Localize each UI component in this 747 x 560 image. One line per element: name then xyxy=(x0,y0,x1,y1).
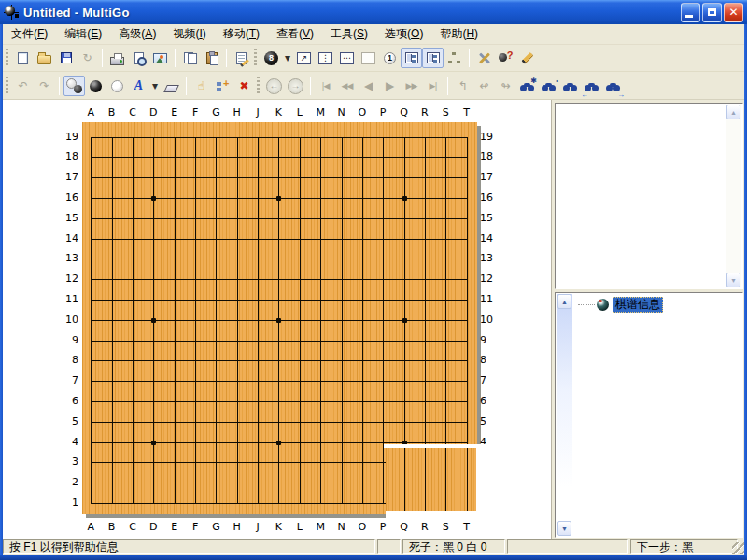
board-col-label: Q xyxy=(397,521,412,533)
save-file-button[interactable] xyxy=(55,48,77,68)
previous-branch-button[interactable]: ↫ xyxy=(473,76,495,96)
board-row-label: 5 xyxy=(480,415,497,427)
toolbar-grip[interactable] xyxy=(6,49,8,67)
open-file-button[interactable] xyxy=(34,48,55,68)
board-col-label: C xyxy=(125,106,140,119)
board-row-label: 4 xyxy=(62,436,78,448)
guess-mode-button[interactable] xyxy=(495,48,516,68)
menu-item-move[interactable]: 移动(T) xyxy=(215,24,268,44)
maximize-button[interactable] xyxy=(702,3,722,22)
resize-grip[interactable] xyxy=(732,542,744,554)
reload-file-button[interactable]: ↻ xyxy=(77,48,98,68)
scroll-down-button[interactable]: ▼ xyxy=(726,273,740,287)
play-alternate-button[interactable] xyxy=(63,76,85,96)
copy-button[interactable] xyxy=(179,48,201,68)
show-move-number-button[interactable]: 1 xyxy=(379,48,401,68)
find-button[interactable] xyxy=(559,76,581,96)
fast-rewind-icon: ◀◀ xyxy=(342,82,353,91)
insert-move-button[interactable] xyxy=(212,76,233,96)
menu-item-options[interactable]: 选项(O) xyxy=(376,24,431,44)
find-next-button[interactable]: → xyxy=(602,76,624,96)
show-variation-children-button[interactable]: ⋯ xyxy=(336,48,358,68)
redo-icon: ↷ xyxy=(39,80,49,91)
board-col-label: K xyxy=(271,521,286,533)
board-row-label: 13 xyxy=(62,252,78,264)
next-branch-icon: ↬ xyxy=(500,80,510,91)
fast-forward-button[interactable]: ▶▶ xyxy=(401,76,422,96)
tools-options-button[interactable] xyxy=(473,48,495,68)
menu-item-edit[interactable]: 编辑(E) xyxy=(56,24,110,44)
board-row-label: 16 xyxy=(480,191,497,203)
scroll-down-button[interactable]: ▼ xyxy=(557,521,571,536)
board-col-label: F xyxy=(188,106,203,119)
tree-panel-toggle-button[interactable] xyxy=(422,48,444,68)
up-to-parent-button[interactable]: ↰ xyxy=(452,76,473,96)
goto-move-button[interactable]: ↗ xyxy=(293,48,315,68)
close-button[interactable]: ✕ xyxy=(724,3,743,22)
nav-forward-button[interactable]: → xyxy=(285,76,306,96)
label-tool-button[interactable]: A xyxy=(128,76,149,96)
move-number-stone-button[interactable]: 8 xyxy=(261,48,282,68)
toolbar-grip[interactable] xyxy=(257,77,260,95)
menu-item-advanced[interactable]: 高级(A) xyxy=(110,24,164,44)
delete-move-button[interactable]: ✖ xyxy=(233,76,255,96)
eraser-button[interactable] xyxy=(161,76,182,96)
board-col-label: E xyxy=(167,106,182,119)
comment-scrollbar[interactable]: ▲ ▼ xyxy=(726,105,741,287)
toolbar-grip[interactable] xyxy=(6,77,8,95)
play-black-button[interactable] xyxy=(85,76,106,96)
fast-rewind-button[interactable]: ◀◀ xyxy=(336,76,358,96)
tree-root-node[interactable]: 棋谱信息 xyxy=(578,297,663,313)
move-number-dropdown-button[interactable]: ▾ xyxy=(282,48,293,68)
comment-panel[interactable]: ▲ ▼ xyxy=(555,103,743,289)
move-number-stone-icon: 8 xyxy=(264,51,278,65)
previous-move-button[interactable]: ◀ xyxy=(358,76,379,96)
find-marked-button[interactable]: • xyxy=(538,76,559,96)
first-move-button[interactable]: |◀ xyxy=(315,76,336,96)
new-file-button[interactable] xyxy=(12,48,34,68)
tree-node-label[interactable]: 棋谱信息 xyxy=(613,297,663,313)
find-new-button[interactable]: ✱ xyxy=(516,76,538,96)
tree-structure-button[interactable] xyxy=(444,48,465,68)
label-dropdown-button[interactable]: ▾ xyxy=(149,76,161,96)
print-preview-button[interactable] xyxy=(128,48,149,68)
next-move-button[interactable]: ▶ xyxy=(379,76,401,96)
menu-item-tools[interactable]: 工具(S) xyxy=(322,24,376,44)
board-row-label: 11 xyxy=(480,293,497,305)
pan-hand-button[interactable]: ☝ xyxy=(190,76,212,96)
last-move-button[interactable]: ▶| xyxy=(422,76,444,96)
play-white-icon xyxy=(111,80,123,92)
play-white-button[interactable] xyxy=(106,76,128,96)
edit-game-info-button[interactable] xyxy=(516,48,538,68)
board-row-label: 8 xyxy=(62,354,78,366)
paste-button[interactable] xyxy=(201,48,222,68)
print-button[interactable] xyxy=(106,48,128,68)
game-tree-panel[interactable]: ▲ ▼ 棋谱信息 xyxy=(555,292,743,538)
menu-item-file[interactable]: 文件(F) xyxy=(3,24,56,44)
undo-button[interactable]: ↶ xyxy=(12,76,34,96)
menu-item-video[interactable]: 视频(I) xyxy=(164,24,214,44)
game-info-button[interactable] xyxy=(231,48,252,68)
board-col-label: N xyxy=(334,106,349,119)
show-variation-siblings-button[interactable]: ⋮ xyxy=(315,48,336,68)
tree-scrollbar[interactable]: ▲ ▼ xyxy=(557,294,572,536)
next-branch-button[interactable]: ↬ xyxy=(495,76,516,96)
copy-icon xyxy=(184,52,197,64)
tree-view-toggle-button[interactable] xyxy=(401,48,422,68)
export-image-button[interactable] xyxy=(149,48,171,68)
title-bar[interactable]: Untitled - MultiGo ✕ xyxy=(0,0,747,24)
variation-none-button[interactable] xyxy=(358,48,379,68)
board-row-label: 6 xyxy=(62,395,78,407)
menu-item-help[interactable]: 帮助(H) xyxy=(431,24,486,44)
nav-back-button[interactable]: ← xyxy=(263,76,285,96)
menu-item-view[interactable]: 查看(V) xyxy=(268,24,322,44)
find-previous-button[interactable]: ← xyxy=(581,76,602,96)
board-col-label: M xyxy=(313,521,328,533)
minimize-button[interactable] xyxy=(681,3,700,22)
board-area: AABBCCDDEEFFGGHHJJKKLLMMNNOOPPQQRRSSTT19… xyxy=(3,100,552,539)
toolbar-grip[interactable] xyxy=(254,49,257,67)
scroll-up-button[interactable]: ▲ xyxy=(726,105,740,119)
redo-button[interactable]: ↷ xyxy=(34,76,55,96)
board-row-label: 11 xyxy=(62,293,78,305)
scroll-up-button[interactable]: ▲ xyxy=(557,294,571,309)
